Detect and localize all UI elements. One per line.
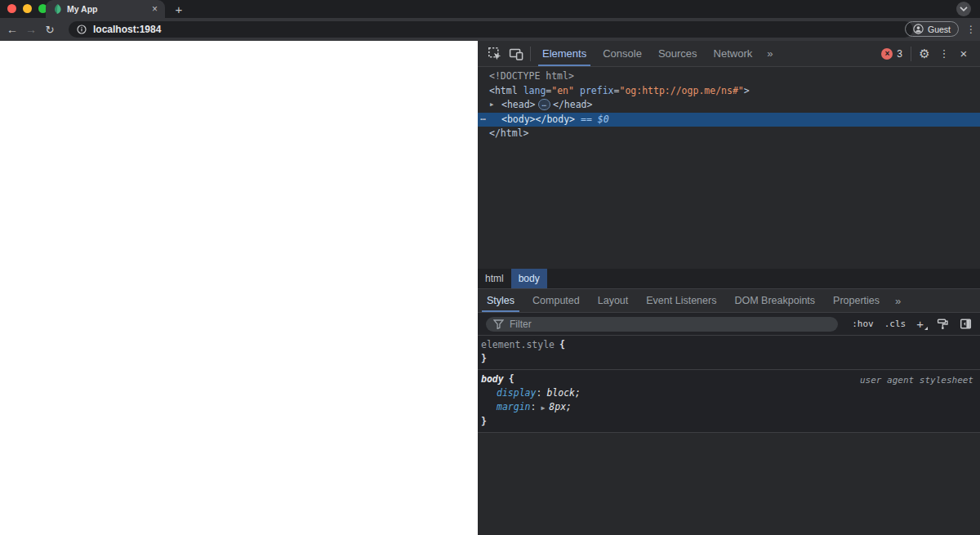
dom-row-html-open[interactable]: <htmllang="en"prefix="og:http://ogp.me/n…: [478, 84, 980, 99]
body-rule[interactable]: user agent stylesheet body{ display:bloc…: [478, 370, 980, 433]
page-content[interactable]: [0, 41, 478, 535]
browser-toolbar: ← → ↻ localhost:1984 Guest ⋮: [0, 18, 980, 41]
filter-funnel-icon: [493, 319, 504, 329]
property-value[interactable]: 8px;: [549, 401, 572, 412]
guest-label: Guest: [928, 25, 951, 34]
rendering-emulation-brush-icon[interactable]: [937, 318, 949, 330]
breadcrumb-body[interactable]: body: [511, 269, 547, 288]
styles-pane: element.style{ } user agent stylesheet b…: [478, 336, 980, 535]
devtools-toolbar: Elements Console Sources Network » ×3 ⚙ …: [478, 41, 980, 67]
toolbar-divider: [911, 47, 911, 61]
html-open-bracket: >: [744, 85, 750, 96]
guest-avatar-icon: [913, 24, 924, 34]
collapsed-ellipsis-button[interactable]: …: [538, 99, 550, 110]
window-controls: [7, 4, 47, 13]
forward-button[interactable]: →: [22, 18, 40, 41]
chevron-down-icon: [960, 7, 968, 11]
dom-tree: <!DOCTYPE html> <htmllang="en"prefix="og…: [478, 67, 980, 269]
breadcrumb: html body: [478, 269, 980, 288]
body-tags: <body></body>: [501, 114, 575, 125]
error-badge[interactable]: ×3: [881, 48, 902, 60]
more-tabs-icon[interactable]: »: [760, 47, 780, 60]
breadcrumb-html[interactable]: html: [478, 269, 511, 288]
tab-dom-breakpoints[interactable]: DOM Breakpoints: [725, 289, 824, 312]
hover-state-toggle[interactable]: :hov: [852, 319, 874, 329]
element-style-selector-line: element.style{: [481, 338, 975, 352]
tab-properties[interactable]: Properties: [824, 289, 889, 312]
tab-strip: My App × +: [0, 0, 980, 18]
site-info-icon[interactable]: [77, 25, 87, 34]
filter-input[interactable]: [510, 319, 831, 330]
declaration-display[interactable]: display:block;: [481, 386, 975, 400]
new-tab-button[interactable]: +: [172, 2, 186, 16]
lang-attr-value: "en": [551, 85, 574, 96]
tab-styles[interactable]: Styles: [478, 289, 523, 312]
url-text[interactable]: localhost:1984: [93, 24, 161, 35]
tab-search-button[interactable]: [956, 2, 971, 16]
tab-elements[interactable]: Elements: [534, 41, 595, 66]
dom-row-doctype[interactable]: <!DOCTYPE html>: [478, 69, 980, 84]
new-style-rule-button[interactable]: +: [916, 317, 926, 331]
tab-layout[interactable]: Layout: [589, 289, 638, 312]
open-brace: {: [509, 373, 514, 385]
browser-tab[interactable]: My App ×: [46, 0, 165, 18]
styles-filter-bar: :hov .cls +: [478, 312, 980, 336]
close-devtools-icon[interactable]: ×: [954, 43, 973, 65]
element-style-selector[interactable]: element.style: [481, 339, 555, 350]
guest-profile-button[interactable]: Guest: [905, 21, 959, 37]
property-name[interactable]: margin: [497, 401, 531, 412]
browser-menu-kebab-icon[interactable]: ⋮: [966, 18, 976, 41]
shorthand-expand-icon[interactable]: ▶: [541, 404, 545, 412]
devtools-panel: Elements Console Sources Network » ×3 ⚙ …: [478, 41, 980, 535]
body-selector[interactable]: body: [481, 373, 504, 385]
settings-gear-icon[interactable]: ⚙: [915, 43, 934, 65]
inspect-element-icon[interactable]: [484, 43, 506, 65]
declaration-margin[interactable]: margin:▶8px;: [481, 400, 975, 415]
toolbar-divider: [530, 47, 531, 61]
close-brace: }: [481, 416, 487, 427]
tab-console[interactable]: Console: [595, 41, 650, 66]
head-close-tag: </head>: [553, 99, 592, 110]
dom-row-head[interactable]: ▶<head>…</head>: [478, 98, 980, 113]
styles-empty-area: [478, 433, 980, 535]
class-toggle[interactable]: .cls: [884, 319, 906, 329]
open-brace: {: [559, 339, 565, 350]
element-style-close-line: }: [481, 352, 975, 366]
tab-computed[interactable]: Computed: [523, 289, 589, 312]
colon: :: [531, 401, 537, 412]
reload-button[interactable]: ↻: [41, 18, 59, 41]
error-icon: ×: [881, 48, 893, 60]
expand-arrow-icon[interactable]: ▶: [490, 98, 493, 113]
device-toolbar-icon[interactable]: [506, 43, 527, 65]
tab-title: My App: [67, 4, 147, 14]
dollar-zero-hint: == $0: [581, 114, 609, 125]
tab-sources[interactable]: Sources: [650, 41, 706, 66]
more-sidebar-tabs-icon[interactable]: »: [889, 295, 908, 307]
element-style-rule[interactable]: element.style{ }: [478, 336, 980, 370]
html-close-tag: </html>: [489, 127, 528, 139]
error-count: 3: [897, 48, 902, 60]
tab-close-icon[interactable]: ×: [152, 4, 158, 14]
lang-attr-name: lang: [523, 85, 546, 96]
devtools-menu-kebab-icon[interactable]: ⋮: [934, 43, 954, 65]
body-close-line: }: [481, 415, 975, 429]
tab-favicon-leaf-icon: [53, 4, 62, 14]
row-options-dots-icon[interactable]: ⋯: [480, 113, 487, 127]
address-bar[interactable]: localhost:1984: [69, 21, 913, 38]
dom-row-html-close[interactable]: </html>: [478, 127, 980, 141]
property-name[interactable]: display: [497, 387, 536, 399]
minimize-window-button[interactable]: [23, 4, 32, 13]
prefix-attr-name: prefix: [580, 85, 614, 96]
tab-network[interactable]: Network: [706, 41, 761, 66]
property-value[interactable]: block;: [546, 387, 581, 399]
sidebar-tabs: Styles Computed Layout Event Listeners D…: [478, 288, 980, 312]
computed-sidebar-toggle-icon[interactable]: [960, 318, 972, 330]
close-window-button[interactable]: [7, 4, 16, 13]
styles-filter-field[interactable]: [486, 317, 838, 332]
tab-event-listeners[interactable]: Event Listeners: [637, 289, 725, 312]
prefix-attr-value: "og:http://ogp.me/ns#": [619, 85, 743, 96]
doctype-text: <!DOCTYPE html>: [489, 70, 574, 82]
html-open-tag: <html: [489, 85, 518, 96]
dom-row-body-selected[interactable]: ⋯<body></body>== $0: [478, 113, 980, 127]
back-button[interactable]: ←: [3, 18, 21, 41]
